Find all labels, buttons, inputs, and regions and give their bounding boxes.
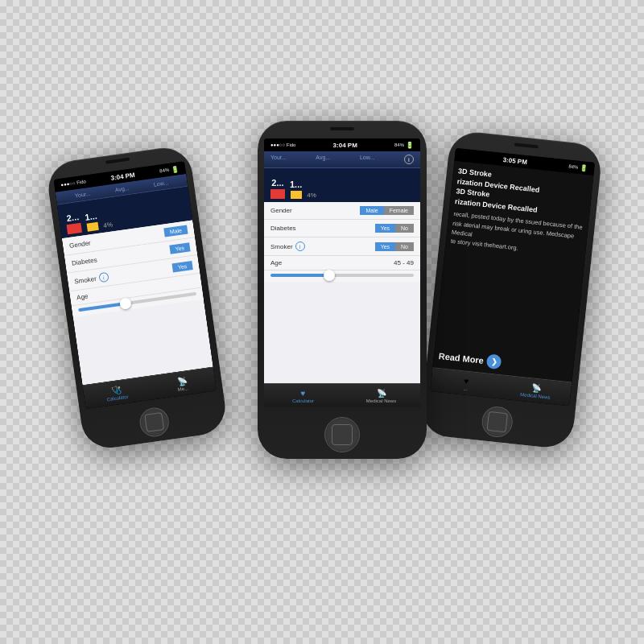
earpiece-left bbox=[105, 158, 130, 164]
tab-medical-center[interactable]: 📡 Medical News bbox=[342, 384, 420, 407]
diabetes-yes-center[interactable]: Yes bbox=[375, 224, 395, 233]
home-button-center[interactable] bbox=[324, 417, 360, 452]
info-icon-left[interactable]: i bbox=[98, 272, 109, 283]
slider-thumb-left[interactable] bbox=[119, 297, 132, 310]
diabetes-row-center: Diabetes Yes No bbox=[264, 220, 420, 237]
gender-row-center: Gender Male Female bbox=[264, 202, 420, 220]
info-header-center[interactable]: i bbox=[404, 155, 414, 164]
smoker-no-center[interactable]: No bbox=[395, 242, 414, 251]
info-icon-center[interactable]: i bbox=[295, 242, 305, 251]
carrier-center: ●●●○○ Fido bbox=[270, 142, 295, 147]
scene: ●●●○○ Fido 3:04 PM 84% 🔋 Your... Avg... … bbox=[40, 40, 604, 604]
calc-rows-left: Gender Male Diabetes Yes Smoker i bbox=[62, 220, 213, 385]
calc-rows-center: Gender Male Female Diabetes Yes No bbox=[264, 202, 420, 383]
slider-thumb-center[interactable] bbox=[324, 270, 335, 281]
time-left: 3:04 PM bbox=[110, 171, 135, 181]
calc-header-center: Your... Avg... Low... i bbox=[264, 151, 420, 168]
screen-left: ●●●○○ Fido 3:04 PM 84% 🔋 Your... Avg... … bbox=[54, 161, 217, 409]
male-btn-center[interactable]: Male bbox=[360, 206, 383, 215]
smoker-yes-center[interactable]: Yes bbox=[375, 242, 395, 251]
read-more-text: Read More bbox=[438, 351, 484, 365]
home-button-right[interactable] bbox=[481, 405, 514, 439]
tab-calculator-center[interactable]: ♥ Calculator bbox=[264, 384, 342, 407]
home-button-left[interactable] bbox=[138, 406, 171, 439]
diabetes-no-center[interactable]: No bbox=[395, 224, 414, 233]
screen-right: 3:05 PM 84% 🔋 3D Stroke rization Device … bbox=[430, 148, 595, 407]
phone-left: ●●●○○ Fido 3:04 PM 84% 🔋 Your... Avg... … bbox=[45, 144, 229, 452]
time-right: 3:05 PM bbox=[502, 156, 527, 166]
battery-center: 84% 🔋 bbox=[394, 142, 414, 149]
earpiece-center bbox=[330, 127, 354, 130]
calc-stats-center: 2... 1... 4% bbox=[264, 168, 420, 202]
phone-center: ●●●○○ Fido 3:04 PM 84% 🔋 Your... Avg... … bbox=[258, 121, 427, 459]
status-bar-center: ●●●○○ Fido 3:04 PM 84% 🔋 bbox=[264, 138, 420, 151]
slider-center bbox=[264, 270, 420, 282]
battery-right: 84% 🔋 bbox=[568, 163, 588, 171]
time-center: 3:04 PM bbox=[333, 142, 357, 149]
tab-calc-right[interactable]: ♥ ... bbox=[430, 368, 502, 398]
screen-center: ●●●○○ Fido 3:04 PM 84% 🔋 Your... Avg... … bbox=[264, 138, 420, 407]
male-btn-left[interactable]: Male bbox=[163, 225, 188, 237]
smoker-yes-left[interactable]: Yes bbox=[171, 261, 193, 272]
news-content-right: 3D Stroke rization Device Recalled 3D St… bbox=[432, 161, 593, 382]
app-content-left: Your... Avg... Low... 2... 1... 4% bbox=[56, 174, 213, 385]
tab-bar-center: ♥ Calculator 📡 Medical News bbox=[264, 383, 420, 407]
earpiece-right bbox=[514, 142, 539, 148]
carrier-left: ●●●○○ Fido bbox=[60, 179, 86, 187]
age-row-center: Age 45 - 49 bbox=[264, 256, 420, 270]
battery-left: 84% 🔋 bbox=[159, 165, 180, 175]
smoker-row-center: Smoker i Yes No bbox=[264, 237, 420, 256]
tab-medical-right[interactable]: 📡 Medical News bbox=[500, 375, 572, 406]
female-btn-center[interactable]: Female bbox=[384, 206, 414, 215]
app-content-center: Your... Avg... Low... i 2... 1... 4% bbox=[264, 151, 420, 383]
read-more-button[interactable]: ❯ bbox=[486, 353, 502, 369]
diabetes-yes-left[interactable]: Yes bbox=[169, 242, 191, 254]
phone-right: 3:05 PM 84% 🔋 3D Stroke rization Device … bbox=[419, 130, 604, 450]
